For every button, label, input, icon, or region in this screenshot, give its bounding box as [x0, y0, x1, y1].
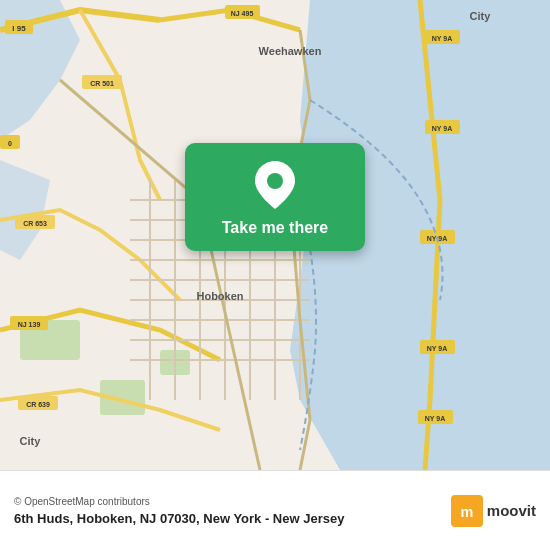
svg-text:I 95: I 95: [12, 24, 26, 33]
address-text: 6th Huds, Hoboken, NJ 07030, New York - …: [14, 511, 344, 526]
moovit-logo: m moovit: [451, 495, 536, 527]
footer-left: © OpenStreetMap contributors 6th Huds, H…: [14, 496, 344, 526]
take-me-there-button[interactable]: Take me there: [185, 143, 365, 251]
svg-text:CR 501: CR 501: [90, 80, 114, 87]
moovit-icon: m: [451, 495, 483, 527]
take-me-there-label: Take me there: [222, 219, 328, 237]
svg-text:NY 9A: NY 9A: [432, 35, 453, 42]
svg-text:Weehawken: Weehawken: [259, 45, 322, 57]
svg-text:NY 9A: NY 9A: [425, 415, 446, 422]
svg-text:m: m: [460, 504, 473, 520]
svg-text:Hoboken: Hoboken: [196, 290, 243, 302]
svg-text:CR 653: CR 653: [23, 220, 47, 227]
svg-text:NJ 495: NJ 495: [231, 10, 254, 17]
location-pin-icon: [255, 161, 295, 209]
map-container: I 95 NJ 495 NY 9A NY 9A NY 9A NY 9A NY 9…: [0, 0, 550, 470]
svg-text:City: City: [20, 435, 42, 447]
svg-text:NY 9A: NY 9A: [432, 125, 453, 132]
svg-point-51: [267, 173, 283, 189]
svg-text:City: City: [470, 10, 492, 22]
svg-text:NY 9A: NY 9A: [427, 345, 448, 352]
footer: © OpenStreetMap contributors 6th Huds, H…: [0, 470, 550, 550]
osm-attribution: © OpenStreetMap contributors: [14, 496, 344, 507]
svg-text:NJ 139: NJ 139: [18, 321, 41, 328]
svg-text:CR 639: CR 639: [26, 401, 50, 408]
svg-text:0: 0: [8, 140, 12, 147]
moovit-text: moovit: [487, 502, 536, 519]
